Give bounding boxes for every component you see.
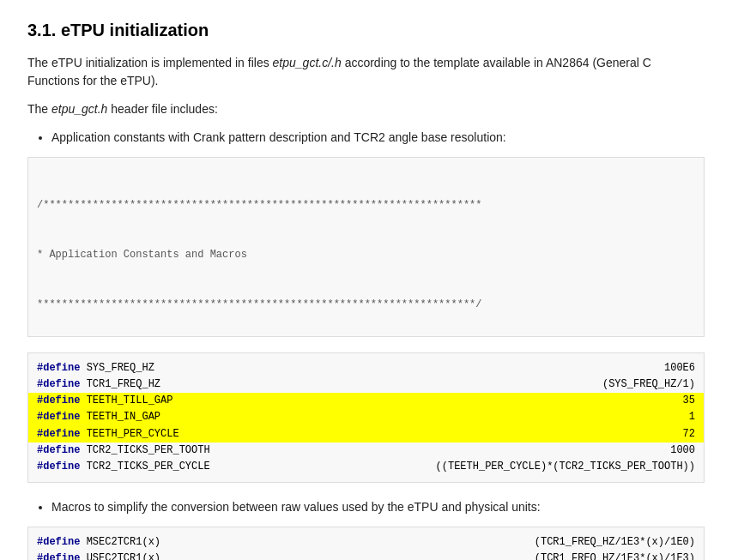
bullet-item-2: Macros to simplify the conversion betwee… [51,498,705,516]
code-line: #define SYS_FREQ_HZ 100E6 [37,360,695,376]
bullet2-label: Macros to simplify the conversion betwee… [51,500,541,514]
code-line: #define TCR2_TICKS_PER_CYCLE ((TEETH_PER… [37,459,695,475]
code-block-1: /***************************************… [27,157,705,337]
bullet-item-1: Application constants with Crank pattern… [51,129,705,147]
code-line: #define USEC2TCR1(x) (TCR1_FREQ_HZ/1E3*(… [37,551,695,560]
para2-text2: header file includes: [107,102,217,116]
code1-comment1: /***************************************… [37,197,695,214]
code-block-defines-1: #define SYS_FREQ_HZ 100E6#define TCR1_FR… [27,352,705,483]
code-line: #define TCR2_TICKS_PER_TOOTH 1000 [37,443,695,459]
code1-comment2: * Application Constants and Macros [37,247,695,263]
para2-italic1: etpu_gct.h [51,102,107,116]
code-line: #define TEETH_IN_GAP 1 [28,409,704,425]
paragraph-2: The etpu_gct.h header file includes: [27,100,705,118]
bullet1-label: Application constants with Crank pattern… [51,130,506,144]
code1-comment3: ****************************************… [37,297,695,313]
code-line: #define MSEC2TCR1(x) (TCR1_FREQ_HZ/1E3*(… [37,534,695,551]
code-block-defines-2: #define MSEC2TCR1(x) (TCR1_FREQ_HZ/1E3*(… [27,527,705,560]
para2-text1: The [27,102,51,116]
code-line: #define TEETH_TILL_GAP 35 [28,393,704,409]
code-line: #define TEETH_PER_CYCLE 72 [28,426,704,443]
section-heading: 3.1. eTPU initialization [27,21,705,40]
code-line: #define TCR1_FREQ_HZ (SYS_FREQ_HZ/1) [37,376,695,393]
para1-italic1: etpu_gct.c/.h [273,56,342,69]
bullet-list-1: Application constants with Crank pattern… [51,129,705,147]
bullet-list-2: Macros to simplify the conversion betwee… [51,498,705,516]
para1-text1: The eTPU initialization is implemented i… [27,56,273,69]
paragraph-1: The eTPU initialization is implemented i… [27,54,705,90]
